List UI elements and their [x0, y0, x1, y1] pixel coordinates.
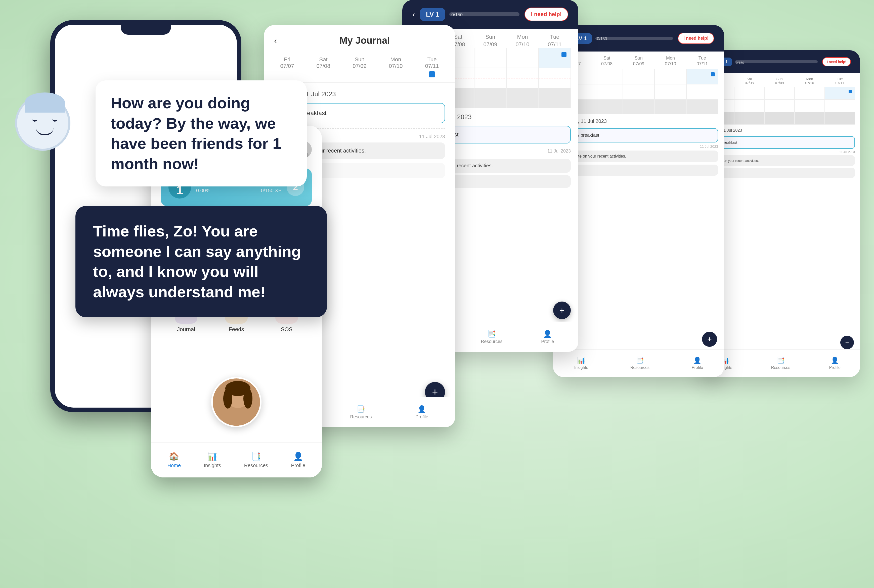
speech-bubble-2: Time flies, Zo! You are someone I can sa…	[75, 206, 327, 317]
bottom-nav: 🏠 Home 📊 Insights 📑 Resources 👤 Profile	[151, 442, 322, 477]
svg-point-7	[244, 388, 253, 409]
third-cal-grid	[553, 69, 724, 114]
resources-icon: 📑	[251, 452, 261, 461]
level-bottom-profile[interactable]: 👤 Profile	[541, 330, 554, 344]
level-xp-bar: 0/150	[449, 12, 519, 16]
insights-icon: 📊	[577, 357, 585, 364]
profile-icon: 👤	[417, 405, 426, 413]
third-plus-button[interactable]: +	[702, 332, 717, 347]
third-header: ‹ LV 1 0/150 I need help!	[553, 25, 724, 51]
fourth-help-button[interactable]: I need help!	[822, 57, 851, 66]
zo-character	[15, 96, 80, 161]
level-plus-button[interactable]: +	[553, 302, 571, 319]
svg-point-6	[223, 388, 232, 409]
profile-icon: 👤	[693, 357, 701, 364]
third-timestamp: 11 Jul 2023	[553, 142, 724, 150]
calendar-row: Fri 07/07 Sat 07/08 Sun 07/09 Mon 07/10 …	[264, 51, 455, 82]
cal-fri: Fri 07/07	[269, 51, 305, 82]
cal-sat: Sat 07/08	[305, 51, 341, 82]
bottom-nav-resources[interactable]: 📑 Resources	[244, 452, 268, 468]
third-help-button[interactable]: I need help!	[678, 33, 714, 44]
cal-active-dot	[429, 71, 435, 77]
fourth-plus-button[interactable]: +	[840, 336, 854, 349]
third-journal-box[interactable]: yummy breakfast	[559, 128, 718, 142]
third-msg-box: an update on your recent activities.	[559, 150, 718, 162]
level-back-button[interactable]: ‹	[412, 10, 415, 19]
insights-icon: 📊	[208, 452, 218, 461]
profile-icon: 👤	[293, 452, 303, 461]
journal-title: My Journal	[284, 35, 445, 46]
journal-back-button[interactable]: ‹	[274, 36, 277, 45]
fourth-bottom-profile[interactable]: 👤 Profile	[829, 357, 840, 370]
resources-icon: 📑	[357, 405, 366, 413]
level-badge: LV 1	[420, 8, 445, 21]
cal-active-indicator	[561, 52, 567, 57]
level-header: ‹ LV 1 0/150 I need help!	[402, 0, 578, 28]
third-screen: ‹ LV 1 0/150 I need help! Fri07/07 Sat07…	[553, 25, 724, 377]
third-empty-box	[559, 165, 718, 176]
journal-bottom-profile[interactable]: 👤 Profile	[415, 405, 428, 420]
fourth-bottom-resources[interactable]: 📑 Resources	[771, 357, 790, 370]
level-bottom-resources[interactable]: 📑 Resources	[481, 330, 502, 344]
fourth-xp-bar: 0/150	[735, 60, 818, 63]
resources-icon: 📑	[777, 357, 785, 364]
profile-icon: 👤	[831, 357, 839, 364]
speech-bubble-1: How are you doing today? By the way, we …	[96, 80, 307, 186]
journal-bottom-resources[interactable]: 📑 Resources	[350, 405, 372, 420]
resources-icon: 📑	[487, 330, 496, 338]
third-cal-header: Fri07/07 Sat07/08 Sun07/09 Mon07/10 Tue0…	[553, 51, 724, 67]
profile-photo	[211, 377, 262, 427]
third-bottom-insights[interactable]: 📊 Insights	[574, 357, 588, 370]
cal-mon: Mon 07/10	[378, 51, 414, 82]
journal-header: ‹ My Journal	[264, 25, 455, 51]
bottom-nav-home[interactable]: 🏠 Home	[167, 452, 181, 468]
resources-icon: 📑	[636, 357, 644, 364]
profile-icon: 👤	[543, 330, 552, 338]
bottom-nav-insights[interactable]: 📊 Insights	[204, 452, 221, 468]
bottom-nav-profile[interactable]: 👤 Profile	[291, 452, 305, 468]
help-button[interactable]: I need help!	[525, 8, 568, 21]
phone-notch	[121, 25, 171, 34]
cal-tue[interactable]: Tue 07/11	[414, 51, 450, 82]
third-bottom-resources[interactable]: 📑 Resources	[630, 357, 650, 370]
cal-sun: Sun 07/09	[341, 51, 378, 82]
third-bottom-profile[interactable]: 👤 Profile	[692, 357, 703, 370]
third-bottom-nav: 📊 Insights 📑 Resources 👤 Profile	[553, 349, 724, 377]
third-date-label: Tuesday, 11 Jul 2023	[553, 114, 724, 128]
svg-point-3	[220, 406, 256, 427]
home-icon: 🏠	[169, 452, 179, 461]
third-xp-bar: 0/150	[596, 37, 673, 40]
